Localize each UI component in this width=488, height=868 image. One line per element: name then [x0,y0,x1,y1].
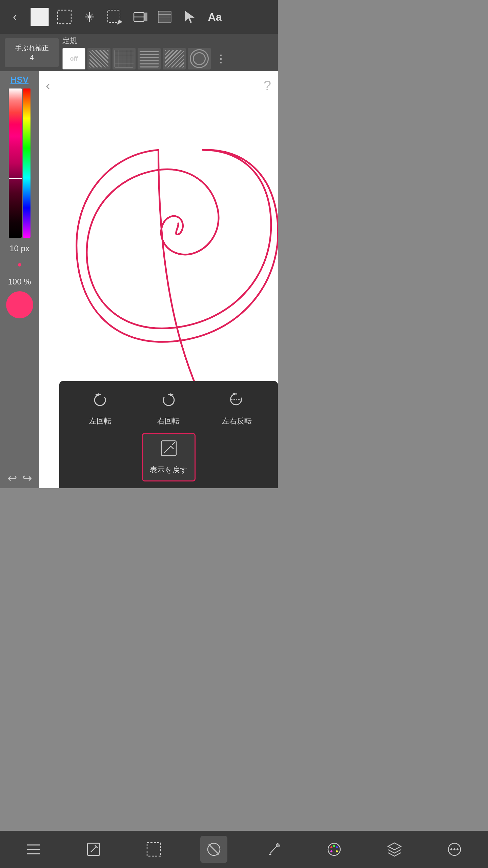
hsv-label[interactable]: HSV [11,75,28,85]
context-menu-bottom-row: 表示を戻す [66,433,271,481]
restore-label: 表示を戻す [150,465,188,475]
context-menu-top-row: 左回転 右回転 [66,391,271,426]
ruler-icons: off ⋮ [62,48,273,70]
stabilizer-value: 4 [30,53,34,62]
flip-horizontal-icon [228,391,245,411]
ruler-more-button[interactable]: ⋮ [213,52,229,65]
ruler-circle-inner [193,52,206,65]
brush-dot [18,263,21,267]
svg-rect-6 [108,10,120,22]
brush-size-dot-area [18,255,21,275]
svg-marker-10 [144,13,147,21]
canvas-area[interactable]: ‹ ? 左回転 [39,71,278,488]
flip-horizontal-button[interactable]: 左右反転 [215,391,259,426]
left-panel: HSV 10 px 100 % ↩ ↪ [0,71,39,488]
brush-size-label: 10 px [9,244,29,253]
ruler-horizontal-icon [140,50,159,67]
wand-tool-button[interactable] [80,7,99,26]
svg-marker-7 [117,19,122,25]
stabilizer-button[interactable]: 手ぶれ補正 4 [5,38,59,67]
ruler-diagonal-icon [89,50,108,67]
top-toolbar: ‹ [0,0,278,34]
ruler-diagonal2-button[interactable] [163,48,186,70]
hue-picker[interactable] [23,88,30,238]
restore-view-button[interactable]: 表示を戻す [142,433,196,481]
saturation-picker[interactable] [9,88,22,238]
selection-tool-button[interactable] [55,7,74,26]
rotate-left-label: 左回転 [89,416,111,426]
ruler-circle-button[interactable] [188,48,211,70]
second-toolbar: 手ぶれ補正 4 定規 off [0,34,278,71]
ruler-horizontal-button[interactable] [138,48,161,70]
undo-button[interactable]: ↩ [7,471,17,485]
color-swatch-top[interactable] [30,8,49,26]
restore-icon [160,439,178,460]
eraser-tool-button[interactable] [130,7,149,26]
ruler-diagonal2-icon [165,50,184,67]
ruler-grid-icon [115,50,134,67]
flip-horizontal-label: 左右反転 [222,416,252,426]
svg-marker-14 [185,11,195,23]
rotate-left-icon [92,391,109,411]
ruler-off-button[interactable]: off [62,48,85,70]
redo-button[interactable]: ↪ [22,471,32,485]
opacity-label: 100 % [8,277,31,287]
svg-rect-11 [158,11,171,23]
svg-line-20 [172,442,175,445]
layer-tool-button[interactable] [155,7,174,26]
color-pickers [9,88,30,238]
rotate-left-button[interactable]: 左回転 [78,391,122,426]
color-preview-circle[interactable] [6,291,33,318]
transform-tool-button[interactable] [105,7,124,26]
stabilizer-label: 手ぶれ補正 [15,43,49,53]
ruler-circle-icon [190,50,209,67]
rotate-right-icon [160,391,177,411]
ruler-label: 定規 [62,36,273,46]
undo-redo-row: ↩ ↪ [7,468,32,485]
ruler-section: 定規 off [62,36,273,70]
rotate-right-label: 右回転 [157,416,180,426]
cursor-tool-button[interactable] [180,7,199,26]
ruler-off-label: off [70,55,78,62]
svg-rect-0 [58,10,71,24]
svg-point-5 [88,16,91,18]
back-button[interactable]: ‹ [5,7,24,26]
rotate-right-button[interactable]: 右回転 [146,391,190,426]
context-menu: 左回転 右回転 [59,381,278,488]
main-area: HSV 10 px 100 % ↩ ↪ ‹ ? [0,71,278,488]
text-tool-button[interactable]: Aa [205,7,224,26]
ruler-diagonal-button[interactable] [87,48,110,70]
ruler-grid-button[interactable] [113,48,136,70]
saturation-indicator [9,178,22,179]
